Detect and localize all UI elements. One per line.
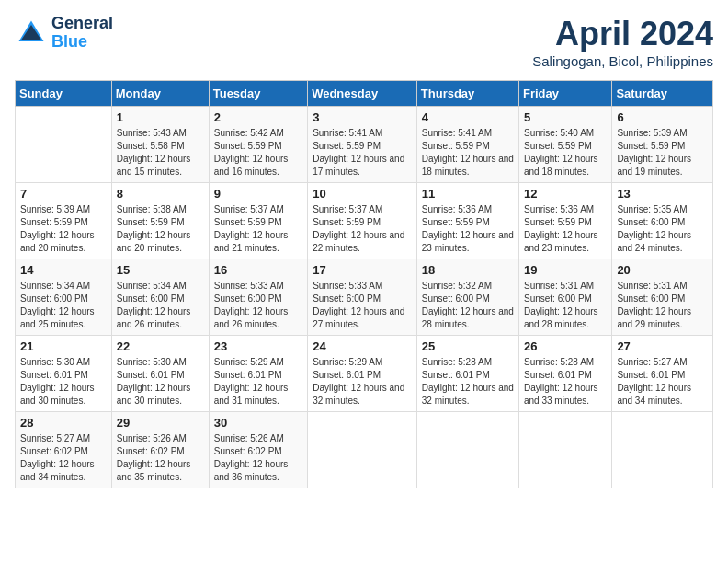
day-number: 21: [20, 339, 107, 353]
sunset-text: Sunset: 5:59 PM: [617, 141, 685, 151]
day-number: 18: [422, 263, 514, 277]
weekday-header: Friday: [518, 81, 611, 107]
sunrise-text: Sunrise: 5:30 AM: [20, 357, 90, 367]
calendar-day-cell: [308, 412, 417, 488]
sunset-text: Sunset: 6:00 PM: [422, 293, 490, 304]
daylight-text: Daylight: 12 hours and 21 minutes.: [214, 230, 289, 253]
day-info: Sunrise: 5:41 AM Sunset: 5:59 PM Dayligh…: [422, 127, 514, 178]
logo-line2: Blue: [51, 33, 113, 52]
calendar-day-cell: [416, 412, 518, 488]
sunset-text: Sunset: 5:59 PM: [422, 217, 490, 227]
day-number: 6: [617, 110, 708, 124]
sunrise-text: Sunrise: 5:40 AM: [524, 128, 594, 138]
day-number: 27: [617, 339, 708, 353]
calendar-table: SundayMondayTuesdayWednesdayThursdayFrid…: [15, 80, 713, 488]
calendar-week-row: 21 Sunrise: 5:30 AM Sunset: 6:01 PM Dayl…: [16, 336, 713, 412]
day-info: Sunrise: 5:29 AM Sunset: 6:01 PM Dayligh…: [313, 356, 412, 408]
month-title: April 2024: [532, 15, 713, 53]
sunset-text: Sunset: 6:01 PM: [313, 370, 381, 380]
day-number: 13: [617, 187, 708, 201]
daylight-text: Daylight: 12 hours and 15 minutes.: [117, 154, 191, 177]
day-info: Sunrise: 5:39 AM Sunset: 5:59 PM Dayligh…: [617, 127, 708, 178]
calendar-day-cell: 17 Sunrise: 5:33 AM Sunset: 6:00 PM Dayl…: [308, 259, 417, 336]
calendar-day-cell: 5 Sunrise: 5:40 AM Sunset: 5:59 PM Dayli…: [518, 107, 611, 183]
calendar-day-cell: 13 Sunrise: 5:35 AM Sunset: 6:00 PM Dayl…: [612, 183, 713, 259]
sunrise-text: Sunrise: 5:28 AM: [422, 357, 492, 367]
day-number: 5: [524, 110, 607, 124]
sunrise-text: Sunrise: 5:29 AM: [214, 357, 284, 367]
day-number: 20: [617, 263, 708, 277]
sunset-text: Sunset: 5:59 PM: [20, 217, 88, 227]
calendar-day-cell: 15 Sunrise: 5:34 AM Sunset: 6:00 PM Dayl…: [111, 259, 209, 336]
sunset-text: Sunset: 6:01 PM: [20, 370, 88, 380]
sunrise-text: Sunrise: 5:26 AM: [214, 433, 284, 443]
sunrise-text: Sunrise: 5:31 AM: [524, 281, 594, 291]
sunrise-text: Sunrise: 5:43 AM: [117, 128, 187, 138]
day-info: Sunrise: 5:41 AM Sunset: 5:59 PM Dayligh…: [313, 127, 412, 178]
daylight-text: Daylight: 12 hours and 16 minutes.: [214, 154, 289, 177]
calendar-day-cell: [518, 412, 611, 488]
sunset-text: Sunset: 6:01 PM: [617, 370, 685, 380]
day-info: Sunrise: 5:30 AM Sunset: 6:01 PM Dayligh…: [20, 356, 107, 408]
daylight-text: Daylight: 12 hours and 32 minutes.: [422, 383, 514, 406]
calendar-header-row: SundayMondayTuesdayWednesdayThursdayFrid…: [16, 81, 713, 107]
day-info: Sunrise: 5:28 AM Sunset: 6:01 PM Dayligh…: [524, 356, 607, 408]
calendar-day-cell: 23 Sunrise: 5:29 AM Sunset: 6:01 PM Dayl…: [209, 336, 307, 412]
day-number: 4: [422, 110, 514, 124]
sunrise-text: Sunrise: 5:28 AM: [524, 357, 594, 367]
logo-icon: [15, 17, 48, 50]
day-number: 26: [524, 339, 607, 353]
calendar-day-cell: 4 Sunrise: 5:41 AM Sunset: 5:59 PM Dayli…: [416, 107, 518, 183]
daylight-text: Daylight: 12 hours and 25 minutes.: [20, 306, 95, 329]
day-number: 9: [214, 187, 302, 201]
calendar-week-row: 28 Sunrise: 5:27 AM Sunset: 6:02 PM Dayl…: [16, 412, 713, 488]
day-number: 1: [117, 110, 204, 124]
calendar-day-cell: 20 Sunrise: 5:31 AM Sunset: 6:00 PM Dayl…: [612, 259, 713, 336]
day-info: Sunrise: 5:30 AM Sunset: 6:01 PM Dayligh…: [117, 356, 204, 408]
sunrise-text: Sunrise: 5:37 AM: [214, 204, 284, 214]
day-number: 7: [20, 187, 107, 201]
calendar-day-cell: 12 Sunrise: 5:36 AM Sunset: 5:59 PM Dayl…: [518, 183, 611, 259]
day-number: 22: [117, 339, 204, 353]
calendar-day-cell: 10 Sunrise: 5:37 AM Sunset: 5:59 PM Dayl…: [308, 183, 417, 259]
day-number: 8: [117, 187, 204, 201]
day-info: Sunrise: 5:28 AM Sunset: 6:01 PM Dayligh…: [422, 356, 514, 408]
day-info: Sunrise: 5:42 AM Sunset: 5:59 PM Dayligh…: [214, 127, 302, 178]
day-info: Sunrise: 5:27 AM Sunset: 6:01 PM Dayligh…: [617, 356, 708, 408]
logo-line1: General: [51, 15, 113, 33]
daylight-text: Daylight: 12 hours and 34 minutes.: [20, 459, 95, 482]
calendar-day-cell: 16 Sunrise: 5:33 AM Sunset: 6:00 PM Dayl…: [209, 259, 307, 336]
sunset-text: Sunset: 5:59 PM: [117, 217, 185, 227]
sunset-text: Sunset: 5:59 PM: [313, 141, 381, 151]
sunrise-text: Sunrise: 5:41 AM: [313, 128, 382, 138]
weekday-header: Tuesday: [209, 81, 307, 107]
weekday-header: Saturday: [612, 81, 713, 107]
calendar-day-cell: 30 Sunrise: 5:26 AM Sunset: 6:02 PM Dayl…: [209, 412, 307, 488]
daylight-text: Daylight: 12 hours and 18 minutes.: [524, 154, 598, 177]
daylight-text: Daylight: 12 hours and 34 minutes.: [617, 383, 691, 406]
calendar-day-cell: 1 Sunrise: 5:43 AM Sunset: 5:58 PM Dayli…: [111, 107, 209, 183]
sunrise-text: Sunrise: 5:35 AM: [617, 204, 687, 214]
daylight-text: Daylight: 12 hours and 33 minutes.: [524, 383, 598, 406]
weekday-header: Thursday: [416, 81, 518, 107]
daylight-text: Daylight: 12 hours and 24 minutes.: [617, 230, 691, 253]
day-number: 11: [422, 187, 514, 201]
day-info: Sunrise: 5:27 AM Sunset: 6:02 PM Dayligh…: [20, 432, 107, 484]
logo: General Blue: [15, 15, 113, 52]
day-number: 25: [422, 339, 514, 353]
daylight-text: Daylight: 12 hours and 19 minutes.: [617, 154, 691, 177]
calendar-day-cell: 24 Sunrise: 5:29 AM Sunset: 6:01 PM Dayl…: [308, 336, 417, 412]
day-info: Sunrise: 5:26 AM Sunset: 6:02 PM Dayligh…: [117, 432, 204, 484]
sunrise-text: Sunrise: 5:30 AM: [117, 357, 187, 367]
calendar-day-cell: [16, 107, 112, 183]
daylight-text: Daylight: 12 hours and 18 minutes.: [422, 154, 514, 177]
sunset-text: Sunset: 5:59 PM: [214, 141, 282, 151]
daylight-text: Daylight: 12 hours and 30 minutes.: [20, 383, 95, 406]
sunset-text: Sunset: 6:00 PM: [117, 293, 185, 304]
logo-text: General Blue: [51, 15, 113, 52]
day-info: Sunrise: 5:33 AM Sunset: 6:00 PM Dayligh…: [313, 280, 412, 331]
day-info: Sunrise: 5:37 AM Sunset: 5:59 PM Dayligh…: [313, 203, 412, 255]
sunset-text: Sunset: 6:00 PM: [617, 217, 685, 227]
calendar-day-cell: 11 Sunrise: 5:36 AM Sunset: 5:59 PM Dayl…: [416, 183, 518, 259]
sunset-text: Sunset: 6:02 PM: [20, 446, 88, 456]
